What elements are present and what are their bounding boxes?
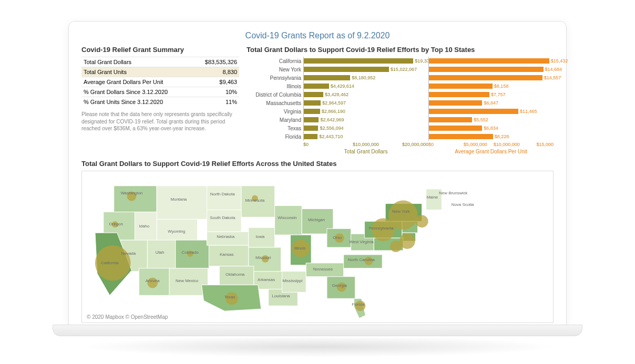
table-row: % Grant Dollars Since 3.12.202010%	[81, 87, 239, 97]
bar-avg-dollars[interactable]	[429, 109, 518, 114]
bar-value-label: $8,228	[495, 134, 509, 139]
map-svg: WashingtonMontanaNorth DakotaMinnesotaSo…	[82, 171, 553, 323]
state-label: Florida	[352, 302, 365, 307]
bar-value-label: $11,465	[520, 109, 537, 114]
summary-value: 8,830	[193, 67, 239, 77]
bar-chart-total-dollars: $19,336,732$15,022,067$8,180,952$4,429,6…	[303, 57, 428, 141]
table-row: Average Grant Dollars Per Unit$9,463	[81, 77, 239, 87]
summary-value: 10%	[193, 87, 239, 97]
state-label: Missouri	[255, 255, 271, 260]
state-label: California	[101, 261, 119, 265]
left-axis-ticks: $0 $10,000,000 $20,000,000	[303, 141, 428, 147]
bar-chart-panel: Total Grant Dollars to Support Covid-19 …	[247, 46, 554, 154]
bar-chart-category-label: California	[247, 57, 303, 65]
state-label: Tennessee	[313, 267, 333, 272]
bar-chart-title: Total Grant Dollars to Support Covid-19 …	[247, 46, 554, 54]
bar-value-label: $2,556,094	[320, 126, 343, 131]
svg-rect-1	[157, 186, 207, 220]
bar-avg-dollars[interactable]	[429, 75, 542, 80]
report-title: Covid-19 Grants Report as of 9.2.2020	[81, 31, 554, 40]
bar-total-dollars[interactable]	[304, 109, 320, 114]
bar-value-label: $2,964,597	[322, 100, 346, 106]
state-label: Idaho	[139, 224, 149, 228]
state-label: Mississippi	[282, 278, 303, 283]
state-label: Maine	[427, 195, 438, 200]
bar-total-dollars[interactable]	[304, 100, 321, 106]
bar-avg-dollars[interactable]	[429, 84, 493, 89]
bar-value-label: $7,757	[491, 92, 506, 97]
bar-value-label: $8,180,952	[352, 75, 375, 80]
map-bubble-massachusetts[interactable]	[416, 215, 428, 227]
state-label: Illinois	[294, 246, 305, 251]
bar-value-label: $3,428,462	[325, 92, 349, 97]
state-label: Oregon	[109, 222, 122, 226]
bar-avg-dollars[interactable]	[429, 92, 489, 97]
bar-avg-dollars[interactable]	[429, 67, 544, 72]
state-label: Georgia	[332, 283, 347, 288]
summary-label: Total Grant Dollars	[81, 57, 193, 67]
table-row: Total Grant Dollars$83,535,326	[81, 57, 239, 67]
map-title: Total Grant Dollars to Support Covid-19 …	[81, 160, 554, 168]
bar-chart-category-label: Illinois	[247, 82, 303, 90]
map-bubble-virginia[interactable]	[390, 241, 402, 252]
laptop-shadow	[79, 336, 557, 357]
map-bubble-dc[interactable]	[400, 233, 415, 249]
bar-value-label: $2,443,710	[319, 134, 343, 139]
bar-chart-category-label: Florida	[247, 132, 303, 141]
bar-total-dollars[interactable]	[304, 92, 323, 97]
bar-avg-dollars[interactable]	[429, 134, 493, 139]
summary-note: Please note that the data here only repr…	[81, 111, 239, 132]
summary-table: Total Grant Dollars$83,535,326 Total Gra…	[81, 57, 239, 107]
state-label: New Mexico	[176, 278, 199, 283]
state-label: Utah	[156, 250, 165, 255]
state-label: Michigan	[308, 217, 325, 222]
right-axis-ticks: $0 $5,000,000 $10,000,000 $15,000	[428, 141, 554, 147]
svg-rect-4	[207, 210, 241, 232]
state-label: Texas	[224, 295, 235, 299]
state-label: Nebraska	[217, 234, 235, 239]
bar-total-dollars[interactable]	[304, 58, 413, 64]
summary-value: $83,535,326	[193, 57, 239, 67]
bar-value-label: $2,866,190	[322, 109, 345, 114]
bar-value-label: $14,684	[545, 67, 562, 72]
bar-total-dollars[interactable]	[304, 126, 318, 131]
state-label: New Brunswick	[439, 191, 467, 195]
bar-avg-dollars[interactable]	[429, 100, 482, 106]
table-row: % Grant Units Since 3.12.202011%	[81, 97, 239, 107]
bar-total-dollars[interactable]	[304, 67, 389, 72]
laptop-base	[53, 325, 582, 336]
state-label: New York	[392, 209, 410, 214]
bar-avg-dollars[interactable]	[429, 117, 472, 122]
bar-value-label: $14,557	[544, 75, 561, 80]
bar-value-label: $4,429,614	[331, 84, 354, 89]
summary-label: Average Grant Dollars Per Unit	[81, 77, 193, 87]
bar-total-dollars[interactable]	[304, 134, 318, 139]
bar-chart-category-label: Texas	[247, 124, 303, 132]
state-label: North Dakota	[210, 192, 235, 196]
state-label: Wyoming	[168, 229, 185, 234]
state-label: Montana	[170, 197, 187, 202]
bar-chart-category-label: New York	[247, 65, 303, 74]
map-section: Total Grant Dollars to Support Covid-19 …	[81, 160, 554, 323]
bar-value-label: $6,847	[484, 100, 498, 106]
table-row: Total Grant Units8,830	[81, 67, 239, 77]
bar-chart-avg-dollars: $15,432$14,684$14,557$8,158$7,757$6,847$…	[428, 57, 554, 141]
bar-chart-category-label: District of Columbia	[247, 90, 303, 99]
bar-total-dollars[interactable]	[304, 117, 319, 122]
state-label: Nevada	[121, 251, 136, 256]
map-attribution: © 2020 Mapbox © OpenStreetMap	[85, 314, 169, 320]
bar-avg-dollars[interactable]	[429, 58, 549, 64]
bar-avg-dollars[interactable]	[429, 126, 482, 131]
bar-value-label: $5,552	[474, 117, 488, 122]
summary-title: Covid-19 Relief Grant Summary	[81, 46, 239, 54]
state-label: Washington	[121, 191, 143, 195]
bar-total-dollars[interactable]	[304, 75, 350, 80]
state-label: Ohio	[333, 235, 342, 240]
dashboard-frame: Covid-19 Grants Report as of 9.2.2020 Co…	[68, 21, 567, 326]
us-map[interactable]: WashingtonMontanaNorth DakotaMinnesotaSo…	[81, 171, 554, 323]
dual-bar-chart[interactable]: CaliforniaNew YorkPennsylvaniaIllinoisDi…	[247, 57, 554, 141]
summary-panel: Covid-19 Relief Grant Summary Total Gran…	[81, 46, 239, 154]
svg-rect-2	[207, 186, 241, 210]
bar-total-dollars[interactable]	[304, 84, 329, 89]
bar-chart-category-labels: CaliforniaNew YorkPennsylvaniaIllinoisDi…	[247, 57, 303, 141]
